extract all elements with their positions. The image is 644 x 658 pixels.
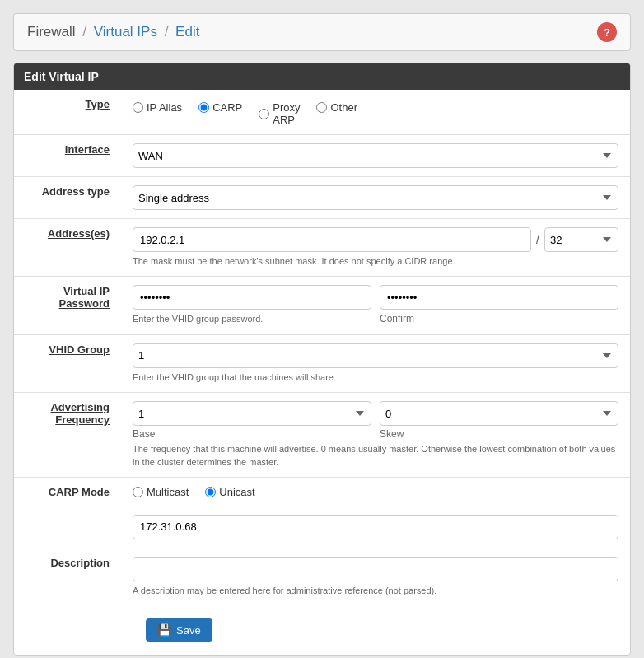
adv-freq-inputs-row: 1 2 3 5 10 Base 0 1 2 5 bbox=[133, 401, 618, 440]
description-help: A description may be entered here for ad… bbox=[133, 585, 618, 597]
save-label: Save bbox=[176, 624, 201, 637]
address-type-select[interactable]: Single address Network Range bbox=[133, 185, 618, 210]
ip-address-input[interactable] bbox=[133, 227, 531, 252]
advertising-frequency-content: 1 2 3 5 10 Base 0 1 2 5 bbox=[121, 393, 630, 478]
breadcrumb-bar: Firewall / Virtual IPs / Edit ? bbox=[13, 13, 631, 51]
type-radio-group: IP Alias CARP ProxyARP Other bbox=[133, 98, 618, 126]
type-option-ipalias[interactable]: IP Alias bbox=[133, 101, 182, 114]
cidr-select[interactable]: 32 31 30 24 16 8 bbox=[544, 227, 618, 252]
vhid-group-row: VHID Group 1 2 3 4 5 Enter the VHID grou… bbox=[14, 334, 630, 392]
addresses-content: / 32 31 30 24 16 8 The mask must be the … bbox=[121, 219, 630, 277]
type-other-label: Other bbox=[330, 101, 357, 114]
adv-freq-base-select[interactable]: 1 2 3 5 10 bbox=[133, 401, 371, 426]
interface-content: WAN LAN OPT1 bbox=[121, 135, 630, 177]
carp-mode-multicast[interactable]: Multicast bbox=[133, 486, 189, 498]
description-input[interactable] bbox=[133, 557, 618, 581]
type-carp-label: CARP bbox=[212, 101, 242, 114]
carp-mode-multicast-label: Multicast bbox=[147, 486, 189, 498]
carp-mode-options: Multicast Unicast bbox=[133, 486, 618, 539]
type-radio-ipalias[interactable] bbox=[133, 102, 143, 113]
edit-virtual-ip-panel: Edit Virtual IP Type IP Alias CARP bbox=[13, 63, 631, 656]
save-area: 💾 Save bbox=[14, 605, 630, 655]
type-proxyarp-label: ProxyARP bbox=[273, 101, 300, 126]
interface-select[interactable]: WAN LAN OPT1 bbox=[133, 143, 618, 168]
type-option-proxyarp[interactable]: ProxyARP bbox=[259, 101, 300, 126]
password-group-confirm bbox=[380, 285, 618, 310]
confirm-label: Confirm bbox=[380, 313, 618, 324]
carp-mode-radio-unicast[interactable] bbox=[205, 487, 216, 497]
type-radio-other[interactable] bbox=[316, 102, 327, 113]
advertising-frequency-row: AdvertisingFrequency 1 2 3 5 10 Base bbox=[14, 393, 630, 478]
addresses-label: Address(es) bbox=[14, 219, 121, 277]
description-label: Description bbox=[14, 548, 121, 605]
advertising-frequency-label: AdvertisingFrequency bbox=[14, 393, 121, 478]
unicast-ip-input[interactable] bbox=[133, 515, 618, 539]
save-button[interactable]: 💾 Save bbox=[146, 618, 212, 642]
password-inputs-row bbox=[133, 285, 618, 310]
description-content: A description may be entered here for ad… bbox=[121, 548, 630, 605]
form-table: Type IP Alias CARP ProxyARP bbox=[14, 90, 630, 605]
interface-label: Interface bbox=[14, 135, 121, 177]
address-help-text: The mask must be the network's subnet ma… bbox=[133, 255, 618, 268]
vip-password-row: Virtual IPPassword Enter the VHID group … bbox=[14, 277, 630, 334]
adv-freq-base-label: Base bbox=[133, 428, 371, 440]
address-row-inputs: / 32 31 30 24 16 8 bbox=[133, 227, 618, 252]
vhid-group-label: VHID Group bbox=[14, 334, 121, 392]
carp-mode-unicast-label: Unicast bbox=[219, 486, 254, 498]
type-row: Type IP Alias CARP ProxyARP bbox=[14, 90, 630, 135]
type-ipalias-label: IP Alias bbox=[147, 101, 182, 114]
adv-freq-help: The frequency that this machine will adv… bbox=[133, 443, 618, 469]
carp-mode-row: CARP Mode Multicast Unicast bbox=[14, 477, 630, 548]
type-radio-proxyarp[interactable] bbox=[259, 109, 269, 119]
breadcrumb-sep-1: / bbox=[82, 24, 90, 40]
type-radio-carp[interactable] bbox=[198, 102, 209, 113]
vip-password-content: Enter the VHID group password. Confirm bbox=[121, 277, 630, 334]
vhid-group-select[interactable]: 1 2 3 4 5 bbox=[133, 343, 618, 368]
vip-password-help: Enter the VHID group password. bbox=[133, 313, 371, 325]
vhid-group-help: Enter the VHID group that the machines w… bbox=[133, 371, 618, 384]
vhid-group-content: 1 2 3 4 5 Enter the VHID group that the … bbox=[121, 334, 630, 392]
type-content: IP Alias CARP ProxyARP Other bbox=[121, 90, 630, 135]
breadcrumb-virtual-ips[interactable]: Virtual IPs bbox=[94, 24, 157, 40]
help-button[interactable]: ? bbox=[597, 22, 617, 42]
description-row: Description A description may be entered… bbox=[14, 548, 630, 605]
carp-mode-label: CARP Mode bbox=[14, 477, 121, 548]
type-label: Type bbox=[14, 90, 121, 135]
breadcrumb-edit[interactable]: Edit bbox=[175, 24, 199, 40]
adv-freq-skew-group: 0 1 2 5 10 Skew bbox=[380, 401, 618, 440]
password-group-main bbox=[133, 285, 371, 310]
type-option-other[interactable]: Other bbox=[316, 101, 357, 114]
save-icon: 💾 bbox=[157, 623, 171, 637]
address-type-row: Address type Single address Network Rang… bbox=[14, 177, 630, 219]
interface-row: Interface WAN LAN OPT1 bbox=[14, 135, 630, 177]
adv-freq-skew-select[interactable]: 0 1 2 5 10 bbox=[380, 401, 618, 426]
breadcrumb: Firewall / Virtual IPs / Edit bbox=[27, 24, 199, 40]
carp-mode-content: Multicast Unicast bbox=[121, 477, 630, 548]
address-type-label: Address type bbox=[14, 177, 121, 219]
vip-password-label: Virtual IPPassword bbox=[14, 277, 121, 334]
panel-header: Edit Virtual IP bbox=[14, 63, 630, 90]
carp-mode-radio-multicast[interactable] bbox=[133, 487, 143, 497]
breadcrumb-sep-2: / bbox=[165, 24, 172, 40]
addresses-row: Address(es) / 32 31 30 24 16 8 The mask … bbox=[14, 219, 630, 277]
breadcrumb-firewall[interactable]: Firewall bbox=[27, 24, 76, 40]
type-option-carp[interactable]: CARP bbox=[198, 101, 242, 114]
address-type-content: Single address Network Range bbox=[121, 177, 630, 219]
vip-password-input[interactable] bbox=[133, 285, 371, 310]
adv-freq-base-group: 1 2 3 5 10 Base bbox=[133, 401, 371, 440]
adv-freq-skew-label: Skew bbox=[380, 428, 618, 440]
carp-mode-unicast[interactable]: Unicast bbox=[205, 486, 254, 498]
vip-password-confirm-input[interactable] bbox=[380, 285, 618, 310]
cidr-slash: / bbox=[536, 233, 539, 246]
